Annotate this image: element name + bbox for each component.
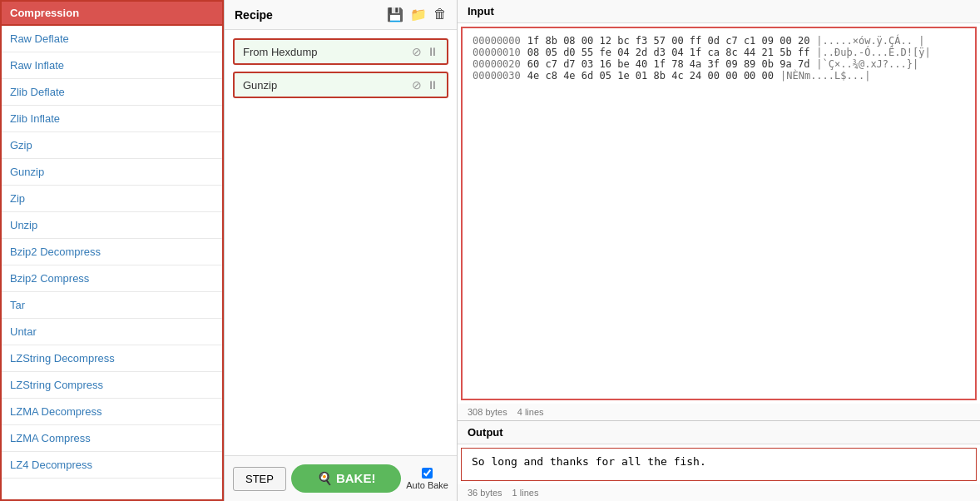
sidebar-item-3[interactable]: Zlib Inflate <box>2 106 222 132</box>
sidebar-item-6[interactable]: Zip <box>2 186 222 212</box>
recipe-item-actions-1: ⊘⏸ <box>412 78 438 92</box>
sidebar-item-11[interactable]: Untar <box>2 319 222 345</box>
recipe-item-label-1: Gunzip <box>243 79 277 92</box>
hex-addr-2: 00000020 <box>473 58 521 70</box>
sidebar-item-9[interactable]: Bzip2 Compress <box>2 265 222 292</box>
auto-bake-label: Auto Bake <box>406 480 448 490</box>
hex-addr-0: 00000000 <box>473 35 521 47</box>
hex-bytes-0: 1f 8b 08 00 12 bc f3 57 00 ff 0d c7 c1 0… <box>527 35 810 47</box>
input-bytes-stat: 308 bytes <box>468 407 507 417</box>
sidebar-item-2[interactable]: Zlib Deflate <box>2 79 222 106</box>
output-header: Output <box>458 421 980 444</box>
pause-icon-1[interactable]: ⏸ <box>427 78 438 92</box>
output-area[interactable]: So long and thanks for all the fish. <box>461 448 977 481</box>
disable-icon-1[interactable]: ⊘ <box>412 78 422 92</box>
sidebar-item-4[interactable]: Gzip <box>2 132 222 159</box>
recipe-item-1[interactable]: Gunzip⊘⏸ <box>233 72 448 98</box>
hex-line-0: 000000001f 8b 08 00 12 bc f3 57 00 ff 0d… <box>473 35 965 47</box>
bake-button[interactable]: 🍳 BAKE! <box>291 464 401 493</box>
sidebar-item-16[interactable]: LZ4 Decompress <box>2 452 222 479</box>
recipe-body: From Hexdump⊘⏸Gunzip⊘⏸ <box>225 30 457 455</box>
io-panel: Input 000000001f 8b 08 00 12 bc f3 57 00… <box>458 0 980 501</box>
hex-addr-1: 00000010 <box>473 47 521 58</box>
sidebar-item-7[interactable]: Unzip <box>2 212 222 239</box>
recipe-title: Recipe <box>235 8 273 22</box>
input-header: Input <box>458 0 980 23</box>
output-lines-stat: 1 lines <box>512 488 539 498</box>
sidebar-item-14[interactable]: LZMA Decompress <box>2 399 222 425</box>
output-section: Output So long and thanks for all the fi… <box>458 420 980 501</box>
hex-line-1: 0000001008 05 d0 55 fe 04 2d d3 04 1f ca… <box>473 47 965 58</box>
sidebar: Compression Raw DeflateRaw InflateZlib D… <box>0 0 225 501</box>
sidebar-item-15[interactable]: LZMA Compress <box>2 425 222 452</box>
sidebar-item-0[interactable]: Raw Deflate <box>2 26 222 52</box>
pause-icon-0[interactable]: ⏸ <box>427 45 438 58</box>
save-icon[interactable]: 💾 <box>387 7 403 22</box>
sidebar-item-5[interactable]: Gunzip <box>2 159 222 186</box>
hex-line-2: 0000002060 c7 d7 03 16 be 40 1f 78 4a 3f… <box>473 58 965 70</box>
output-bytes-stat: 36 bytes <box>468 488 502 498</box>
sidebar-header: Compression <box>0 0 224 26</box>
hex-chars-3: |NÈNm....L$...| <box>780 70 870 82</box>
hex-chars-2: |`Ç×..¾@.xJ?...}| <box>816 58 918 70</box>
hex-bytes-1: 08 05 d0 55 fe 04 2d d3 04 1f ca 8c 44 2… <box>527 47 810 58</box>
sidebar-list: Raw DeflateRaw InflateZlib DeflateZlib I… <box>0 26 224 501</box>
input-stats: 308 bytes 4 lines <box>458 404 980 420</box>
disable-icon-0[interactable]: ⊘ <box>412 45 422 58</box>
hex-addr-3: 00000030 <box>473 70 521 82</box>
recipe-panel: Recipe 💾 📁 🗑 From Hexdump⊘⏸Gunzip⊘⏸ STEP… <box>225 0 458 501</box>
input-area[interactable]: 000000001f 8b 08 00 12 bc f3 57 00 ff 0d… <box>461 27 977 400</box>
recipe-item-label-0: From Hexdump <box>243 46 318 58</box>
recipe-item-0[interactable]: From Hexdump⊘⏸ <box>233 38 448 65</box>
recipe-header: Recipe 💾 📁 🗑 <box>225 0 457 30</box>
auto-bake-checkbox[interactable] <box>422 468 433 479</box>
sidebar-item-12[interactable]: LZString Decompress <box>2 345 222 372</box>
sidebar-item-8[interactable]: Bzip2 Decompress <box>2 239 222 265</box>
output-stats: 36 bytes 1 lines <box>458 484 980 501</box>
hex-chars-0: |.....×ów.ÿ.ÇÁ.. | <box>816 35 924 47</box>
trash-icon[interactable]: 🗑 <box>433 7 447 22</box>
recipe-item-actions-0: ⊘⏸ <box>412 45 438 58</box>
hex-line-3: 000000304e c8 4e 6d 05 1e 01 8b 4c 24 00… <box>473 70 965 82</box>
recipe-header-icons: 💾 📁 🗑 <box>387 7 447 22</box>
hex-bytes-3: 4e c8 4e 6d 05 1e 01 8b 4c 24 00 00 00 0… <box>527 70 774 82</box>
recipe-footer: STEP 🍳 BAKE! Auto Bake <box>225 455 457 501</box>
hex-chars-1: |..Ðuþ.-Ó...Ê.D![ÿ| <box>816 47 930 58</box>
input-section: Input 000000001f 8b 08 00 12 bc f3 57 00… <box>458 0 980 420</box>
auto-bake-container: Auto Bake <box>406 468 448 490</box>
folder-icon[interactable]: 📁 <box>410 7 427 22</box>
step-button[interactable]: STEP <box>233 467 286 491</box>
hex-bytes-2: 60 c7 d7 03 16 be 40 1f 78 4a 3f 09 89 0… <box>527 58 810 70</box>
sidebar-item-1[interactable]: Raw Inflate <box>2 52 222 79</box>
input-lines-stat: 4 lines <box>517 407 544 417</box>
sidebar-item-10[interactable]: Tar <box>2 292 222 319</box>
sidebar-item-13[interactable]: LZString Compress <box>2 372 222 399</box>
